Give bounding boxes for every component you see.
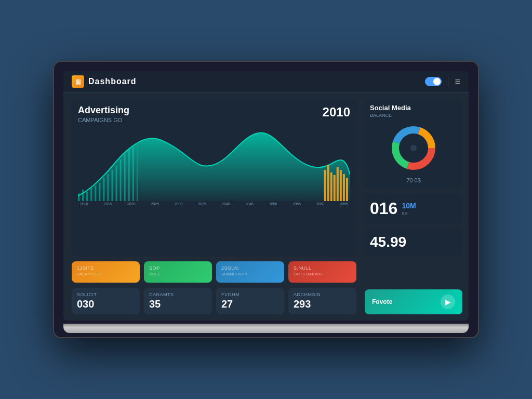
stat-3-value: 27 bbox=[221, 298, 279, 310]
tile-1-label: 11Site bbox=[77, 265, 135, 271]
stat-1-value: 030 bbox=[77, 298, 135, 310]
svg-rect-19 bbox=[337, 167, 339, 201]
left-panel: Advertising CAMPAIGNS GO 2010 bbox=[63, 92, 365, 321]
svg-rect-6 bbox=[103, 178, 104, 201]
button-text: Fovote bbox=[372, 298, 392, 305]
donut-value: 70 0$ bbox=[370, 177, 457, 183]
x-axis: 2010 2015 2020 2025 2030 2035 2040 2045 … bbox=[78, 202, 350, 206]
svg-rect-11 bbox=[124, 154, 126, 201]
logo-icon: ▦ bbox=[72, 75, 84, 88]
tile-3-label: 2Soln. bbox=[221, 265, 279, 271]
tile-sop[interactable]: Sop ROLE bbox=[144, 261, 212, 283]
donut-card: Social Media BALANCE bbox=[365, 99, 462, 189]
button-icon: ▶ bbox=[441, 295, 455, 309]
svg-rect-15 bbox=[324, 170, 326, 201]
svg-rect-18 bbox=[334, 175, 336, 201]
svg-rect-13 bbox=[132, 147, 134, 201]
tile-snull[interactable]: S.Null OUTSTANDING bbox=[288, 261, 356, 283]
main-content: Advertising CAMPAIGNS GO 2010 bbox=[63, 92, 469, 321]
svg-rect-7 bbox=[107, 174, 109, 201]
header: ▦ Dashboard ≡ bbox=[63, 71, 469, 92]
svg-rect-22 bbox=[346, 178, 348, 201]
tile-2-sublabel: ROLE bbox=[149, 272, 207, 276]
tile-2soln[interactable]: 2Soln. BRANCH/OFF bbox=[216, 261, 284, 283]
tile-3-sublabel: BRANCH/OFF bbox=[221, 272, 279, 276]
big-value-card: 45.99 bbox=[365, 229, 462, 256]
header-divider bbox=[448, 77, 448, 86]
laptop-base bbox=[63, 324, 469, 333]
tile-4-sublabel: OUTSTANDING bbox=[294, 272, 351, 276]
logo-symbol: ▦ bbox=[75, 78, 81, 85]
tile-11site[interactable]: 11Site BALANCE/H bbox=[72, 261, 140, 283]
stat-2-label: Canamts bbox=[149, 292, 207, 297]
stat-4-label: Adchmsin bbox=[294, 292, 351, 297]
big-value: 45.99 bbox=[370, 234, 457, 250]
numeric-desc: 0.8 bbox=[402, 211, 416, 216]
action-button[interactable]: Fovote ▶ bbox=[365, 289, 462, 314]
svg-rect-3 bbox=[90, 188, 92, 201]
menu-icon[interactable]: ≡ bbox=[455, 76, 460, 87]
theme-toggle[interactable] bbox=[425, 77, 442, 86]
header-controls: ≡ bbox=[425, 76, 460, 87]
stat-adchmsin: Adchmsin 293 bbox=[288, 288, 356, 314]
stat-solicit: Solicit 030 bbox=[72, 288, 140, 314]
stat-2-value: 35 bbox=[149, 298, 207, 310]
right-panel: Social Media BALANCE bbox=[365, 92, 469, 321]
svg-rect-9 bbox=[116, 166, 117, 201]
svg-rect-21 bbox=[343, 174, 345, 201]
numeric-sub: 10M 0.8 bbox=[402, 202, 416, 216]
stat-fvohm: Fvohm 27 bbox=[216, 288, 284, 314]
svg-rect-2 bbox=[86, 192, 88, 201]
donut-container bbox=[370, 122, 457, 174]
donut-center-dot bbox=[410, 145, 417, 151]
donut-title: Social Media bbox=[370, 104, 457, 112]
chart-subtitle: CAMPAIGNS GO bbox=[78, 117, 129, 123]
donut-chart-svg bbox=[388, 122, 440, 174]
stat-4-value: 293 bbox=[294, 298, 351, 310]
tile-2-label: Sop bbox=[149, 265, 207, 271]
svg-rect-5 bbox=[99, 183, 100, 201]
stat-3-label: Fvohm bbox=[221, 292, 279, 297]
chart-section: Advertising CAMPAIGNS GO 2010 bbox=[72, 99, 356, 256]
numeric-display: 016 10M 0.8 bbox=[365, 194, 462, 223]
svg-rect-20 bbox=[340, 170, 342, 201]
stat-1-label: Solicit bbox=[77, 292, 135, 297]
tile-1-sublabel: BALANCE/H bbox=[77, 272, 135, 276]
laptop-frame: ▦ Dashboard ≡ bbox=[53, 61, 479, 338]
svg-rect-14 bbox=[137, 144, 138, 201]
svg-rect-12 bbox=[128, 149, 130, 201]
svg-rect-8 bbox=[111, 170, 113, 201]
numeric-main-value: 016 bbox=[370, 199, 397, 218]
numeric-label: 10M bbox=[402, 202, 416, 210]
stat-canamts: Canamts 35 bbox=[144, 288, 212, 314]
header-logo: ▦ Dashboard bbox=[72, 75, 137, 88]
chart-big-number: 2010 bbox=[323, 105, 350, 119]
svg-rect-17 bbox=[330, 172, 332, 201]
svg-rect-10 bbox=[120, 159, 122, 201]
donut-subtitle: BALANCE bbox=[370, 113, 457, 118]
laptop-screen: ▦ Dashboard ≡ bbox=[63, 71, 469, 321]
tiles-row: 11Site BALANCE/H Sop ROLE 2Soln. BRANCH/… bbox=[72, 261, 356, 283]
logo-text: Dashboard bbox=[88, 77, 137, 86]
tile-4-label: S.Null bbox=[294, 265, 351, 271]
svg-rect-16 bbox=[327, 165, 329, 201]
chart-container bbox=[78, 128, 350, 201]
chart-title: Advertising bbox=[78, 105, 129, 116]
area-chart-svg bbox=[78, 128, 350, 201]
svg-rect-0 bbox=[78, 193, 79, 201]
chart-area-fill bbox=[78, 132, 350, 201]
svg-rect-1 bbox=[82, 190, 84, 201]
dashboard: ▦ Dashboard ≡ bbox=[63, 71, 469, 321]
svg-rect-4 bbox=[95, 185, 96, 201]
stats-row: Solicit 030 Canamts 35 Fvohm 27 Adchms bbox=[72, 288, 356, 314]
